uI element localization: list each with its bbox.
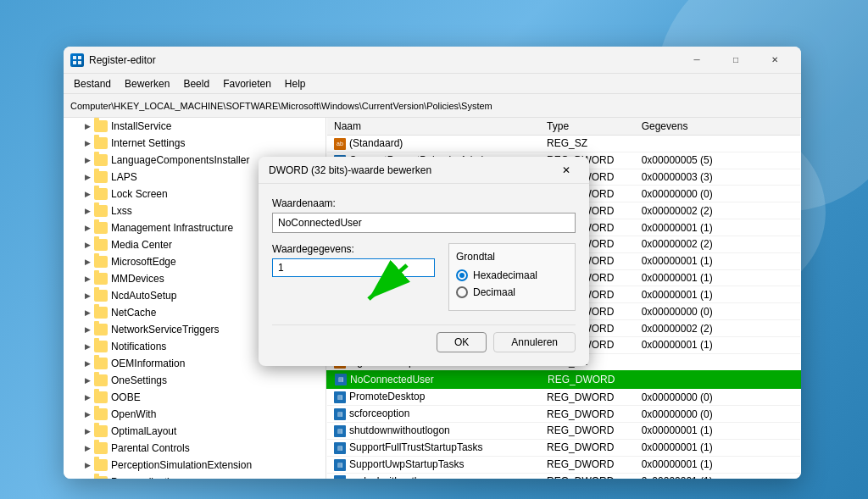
- dec-label: Decimaal: [473, 286, 515, 298]
- value-row: Waardegegevens: Grondtal Hexadecimaal De…: [272, 243, 576, 311]
- data-label: Waardegegevens:: [272, 243, 435, 255]
- base-section: Grondtal Hexadecimaal Decimaal: [448, 243, 576, 311]
- name-label: Waardenaam:: [272, 197, 576, 209]
- dec-radio-option[interactable]: Decimaal: [456, 286, 568, 298]
- hex-radio[interactable]: [456, 269, 468, 281]
- base-label: Grondtal: [456, 251, 568, 263]
- data-input[interactable]: [272, 258, 435, 277]
- cancel-button[interactable]: Annuleren: [493, 332, 576, 352]
- hex-label: Hexadecimaal: [473, 269, 537, 281]
- dec-radio[interactable]: [456, 286, 468, 298]
- name-input[interactable]: [272, 213, 576, 233]
- dialog-close-button[interactable]: ✕: [554, 159, 579, 181]
- value-section: Waardegegevens:: [272, 243, 435, 277]
- dialog-title-bar: DWORD (32 bits)-waarde bewerken ✕: [259, 157, 589, 184]
- ok-button[interactable]: OK: [437, 332, 487, 352]
- dialog-content: Waardenaam: Waardegegevens: Grondtal Hex…: [259, 184, 589, 366]
- dialog-overlay: DWORD (32 bits)-waarde bewerken ✕ Waarde…: [64, 47, 801, 479]
- registry-editor-window: Register-editor ─ □ ✕ Bestand Bewerken B…: [64, 47, 801, 479]
- hex-radio-option[interactable]: Hexadecimaal: [456, 269, 568, 281]
- dialog-buttons: OK Annuleren: [272, 324, 576, 352]
- edit-dword-dialog: DWORD (32 bits)-waarde bewerken ✕ Waarde…: [259, 157, 589, 366]
- dialog-title: DWORD (32 bits)-waarde bewerken: [269, 164, 554, 176]
